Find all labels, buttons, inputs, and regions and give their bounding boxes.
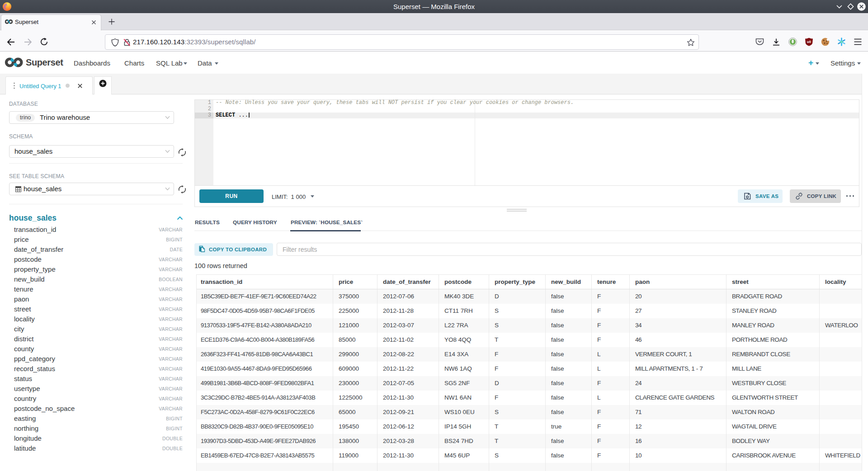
svg-text:u0: u0 — [807, 40, 811, 44]
